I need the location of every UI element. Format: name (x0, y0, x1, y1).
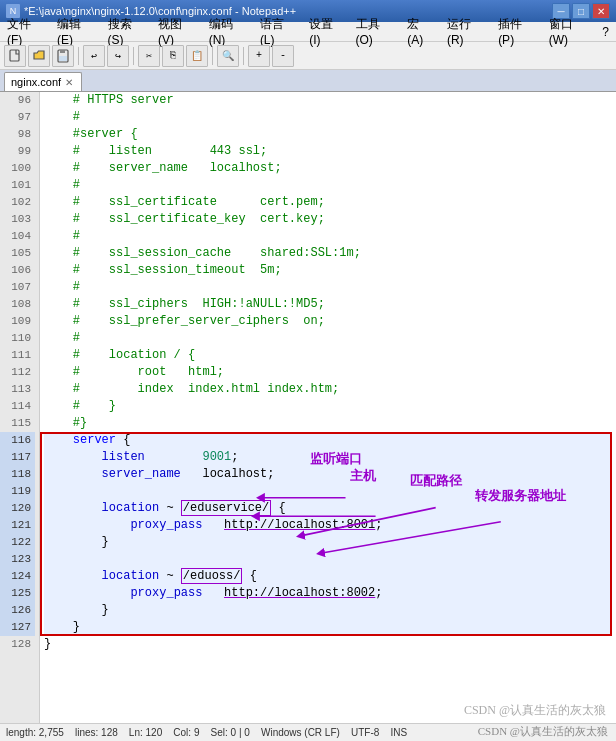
status-bar: length: 2,755 lines: 128 Ln: 120 Col: 9 … (0, 723, 616, 741)
code-line-98: #server { (44, 126, 612, 143)
code-line-96: # HTTPS server (44, 92, 612, 109)
menu-settings[interactable]: 设置(I) (306, 16, 344, 47)
cut-button[interactable]: ✂ (138, 45, 160, 67)
annotation-location-label: 匹配路径 (410, 472, 462, 490)
code-line-115: #} (44, 415, 612, 432)
menu-window[interactable]: 窗口(W) (546, 16, 592, 47)
zoom-in-button[interactable]: + (248, 45, 270, 67)
code-line-100: # server_name localhost; (44, 160, 612, 177)
annotation-listen-label: 监听端口 (310, 450, 362, 468)
svg-rect-0 (10, 50, 19, 61)
menu-edit[interactable]: 编辑(E) (54, 16, 97, 47)
code-line-124: location ~ /eduoss/ { (44, 568, 612, 585)
editor: 96 97 98 99 100 101 102 103 104 105 106 … (0, 92, 616, 723)
tab-label: nginx.conf (11, 76, 61, 88)
code-line-109: # ssl_prefer_server_ciphers on; (44, 313, 612, 330)
code-line-113: # index index.html index.htm; (44, 381, 612, 398)
paste-button[interactable]: 📋 (186, 45, 208, 67)
code-line-122: } (44, 534, 612, 551)
annotation-proxy-label: 转发服务器地址 (475, 487, 566, 505)
menu-tools[interactable]: 工具(O) (353, 16, 397, 47)
code-line-107: # (44, 279, 612, 296)
undo-button[interactable]: ↩ (83, 45, 105, 67)
menu-help[interactable]: ? (599, 25, 612, 39)
code-line-114: # } (44, 398, 612, 415)
code-line-125: proxy_pass http://localhost:8002; (44, 585, 612, 602)
code-line-110: # (44, 330, 612, 347)
code-line-112: # root html; (44, 364, 612, 381)
menu-bar: 文件(F) 编辑(E) 搜索(S) 视图(V) 编码(N) 语言(L) 设置(I… (0, 22, 616, 42)
code-content[interactable]: # HTTPS server # #server { # listen 443 … (40, 92, 616, 723)
code-line-102: # ssl_certificate cert.pem; (44, 194, 612, 211)
code-line-99: # listen 443 ssl; (44, 143, 612, 160)
zoom-out-button[interactable]: - (272, 45, 294, 67)
code-line-118: server_name localhost; (44, 466, 612, 483)
menu-plugins[interactable]: 插件(P) (495, 16, 538, 47)
menu-search[interactable]: 搜索(S) (105, 16, 148, 47)
code-line-97: # (44, 109, 612, 126)
code-line-101: # (44, 177, 612, 194)
menu-view[interactable]: 视图(V) (155, 16, 198, 47)
code-line-116: server { (44, 432, 612, 449)
menu-language[interactable]: 语言(L) (257, 16, 298, 47)
code-line-127: } (44, 619, 612, 636)
annotation-host-label: 主机 (350, 467, 376, 485)
code-line-123 (44, 551, 612, 568)
code-line-111: # location / { (44, 347, 612, 364)
tab-close-icon[interactable]: ✕ (65, 77, 73, 88)
close-button[interactable]: ✕ (592, 3, 610, 19)
menu-file[interactable]: 文件(F) (4, 16, 46, 47)
svg-rect-3 (59, 56, 67, 61)
copy-button[interactable]: ⎘ (162, 45, 184, 67)
code-line-105: # ssl_session_cache shared:SSL:1m; (44, 245, 612, 262)
code-line-126: } (44, 602, 612, 619)
svg-rect-2 (60, 50, 65, 53)
line-numbers: 96 97 98 99 100 101 102 103 104 105 106 … (0, 92, 40, 723)
status-text: length: 2,755 lines: 128 Ln: 120 Col: 9 … (6, 727, 407, 738)
menu-encode[interactable]: 编码(N) (206, 16, 249, 47)
save-button[interactable] (52, 45, 74, 67)
code-line-104: # (44, 228, 612, 245)
find-button[interactable]: 🔍 (217, 45, 239, 67)
code-line-106: # ssl_session_timeout 5m; (44, 262, 612, 279)
new-button[interactable] (4, 45, 26, 67)
redo-button[interactable]: ↪ (107, 45, 129, 67)
menu-macro[interactable]: 宏(A) (404, 16, 436, 47)
code-line-121: proxy_pass http://localhost:8001; (44, 517, 612, 534)
open-button[interactable] (28, 45, 50, 67)
code-line-128: } (44, 636, 612, 653)
tab-bar: nginx.conf ✕ (0, 70, 616, 92)
menu-run[interactable]: 运行(R) (444, 16, 487, 47)
code-line-103: # ssl_certificate_key cert.key; (44, 211, 612, 228)
tab-nginx-conf[interactable]: nginx.conf ✕ (4, 72, 82, 91)
code-line-108: # ssl_ciphers HIGH:!aNULL:!MD5; (44, 296, 612, 313)
watermark: CSDN @认真生活的灰太狼 (478, 724, 608, 739)
